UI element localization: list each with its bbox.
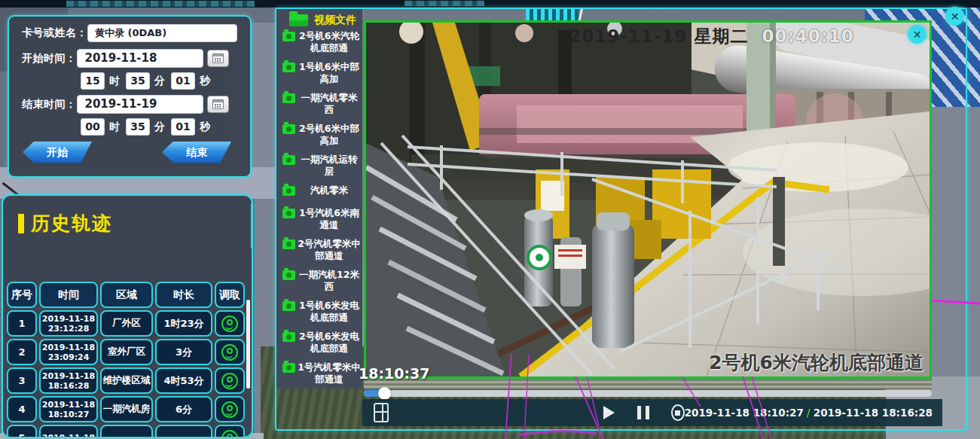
camera-icon	[282, 239, 295, 249]
end-time-label: 结束时间：	[22, 98, 77, 111]
seek-bar-handle[interactable]	[378, 387, 391, 400]
video-scene	[366, 23, 930, 377]
video-osd-datetime: 2019-11-19 星期二 00:40:10	[569, 25, 918, 48]
end-hour-input[interactable]: 00	[81, 118, 105, 136]
calendar-icon	[212, 53, 224, 63]
start-hour-input[interactable]: 15	[81, 72, 105, 90]
video-file-item[interactable]: 一期汽机运转层	[276, 154, 362, 178]
row-area: 维护楼区域	[100, 367, 153, 394]
end-button[interactable]: 结束	[162, 142, 231, 163]
camera-icon	[282, 93, 295, 103]
row-duration: 3分	[155, 339, 212, 365]
video-file-item[interactable]: 2号机6米发电机底部通	[276, 331, 362, 355]
col-header-fetch: 调取	[215, 282, 245, 308]
video-file-item[interactable]: 1号机6米发电机底部通	[276, 300, 362, 324]
minute-unit-label: 分	[154, 120, 165, 134]
start-button[interactable]: 开始	[23, 142, 92, 163]
close-icon[interactable]: ✕	[945, 7, 964, 26]
minute-unit-label: 分	[154, 75, 165, 88]
row-seq: 3	[7, 367, 37, 394]
end-second-input[interactable]: 01	[171, 118, 195, 136]
panel-corner-accent	[113, 176, 245, 178]
history-table: 序号 时间 区域 时长 调取 1 2019-11-1823:12:28 厂外区 …	[7, 282, 246, 438]
hour-unit-label: 时	[109, 75, 120, 88]
camera-icon	[282, 270, 295, 280]
row-area: 室外厂区	[100, 339, 153, 365]
row-area: 厂外区	[100, 310, 153, 337]
video-files-title: 视频文件	[314, 14, 356, 27]
second-unit-label: 秒	[200, 75, 210, 88]
history-title: 历史轨迹	[31, 211, 112, 236]
history-scrollbar[interactable]	[246, 300, 250, 389]
webcam-icon	[221, 401, 238, 418]
col-header-seq: 序号	[7, 282, 37, 308]
video-file-item[interactable]: 2号汽机零米中部通道	[276, 238, 362, 262]
video-file-item[interactable]: 1号汽机零米中部通道	[276, 361, 362, 386]
webcam-icon	[221, 344, 238, 361]
camera-icon	[282, 186, 295, 196]
video-file-item[interactable]: 1号汽机6米南通道	[276, 207, 362, 231]
scene-strip	[364, 379, 932, 389]
video-file-list: 视频文件 2号机6米汽轮机底部通 1号机6米中部高加 一期汽机零米西 2号机6米…	[276, 9, 362, 389]
start-second-input[interactable]: 01	[171, 72, 195, 90]
row-seq: 5	[7, 425, 37, 438]
start-minute-input[interactable]: 35	[126, 72, 150, 90]
camera-icon	[282, 32, 295, 41]
row-duration: 4时53分	[155, 367, 212, 394]
playback-controls: 2019-11-18 18:10:27/2019-11-18 18:16:28	[362, 399, 942, 426]
fetch-video-button[interactable]	[215, 310, 245, 337]
seek-bar[interactable]	[364, 390, 932, 397]
search-panel: 卡号或姓名： 黄中录 (0DAB) 开始时间： 2019-11-18 15 时 …	[8, 15, 252, 178]
app-canvas: 卡号或姓名： 黄中录 (0DAB) 开始时间： 2019-11-18 15 时 …	[0, 0, 980, 439]
video-file-item[interactable]: 一期汽机12米西	[276, 269, 362, 293]
pause-icon[interactable]	[637, 406, 649, 419]
start-date-calendar-button[interactable]	[207, 50, 229, 67]
col-header-time: 时间	[39, 282, 98, 308]
camera-icon	[282, 155, 295, 165]
close-icon[interactable]: ✕	[908, 25, 927, 44]
end-date-calendar-button[interactable]	[207, 96, 229, 113]
video-file-item[interactable]: 一期汽机零米西	[276, 92, 362, 116]
row-area	[100, 425, 153, 438]
video-file-item[interactable]: 2号机6米汽轮机底部通	[276, 30, 362, 54]
range-start-time: 2019-11-18 18:10:27	[685, 407, 804, 419]
fetch-video-button[interactable]	[215, 367, 245, 394]
camera-icon	[282, 124, 295, 134]
fetch-video-button[interactable]	[215, 425, 245, 438]
row-datetime: 2019-11-1823:09:24	[39, 339, 98, 365]
row-datetime: 2019-11-18	[39, 425, 98, 438]
folder-icon	[289, 14, 308, 26]
title-bar-accent	[18, 214, 24, 233]
row-seq: 1	[7, 310, 37, 337]
video-osd-camera-name: 2号机6米汽轮机底部通道	[709, 350, 924, 375]
row-datetime: 2019-11-1818:10:27	[39, 396, 98, 422]
video-file-item[interactable]: 2号机6米中部高加	[276, 123, 362, 147]
row-seq: 4	[7, 396, 37, 422]
row-duration: 6分	[155, 396, 212, 422]
bg-top-teal-segment	[405, 1, 484, 6]
row-area: 一期汽机房	[100, 396, 153, 422]
video-player[interactable]: 2019-11-19 星期二 00:40:10 2号机6米汽轮机底部通道 ✕	[364, 20, 932, 379]
camera-icon	[282, 301, 295, 311]
grid-layout-icon[interactable]	[374, 403, 389, 422]
end-date-input[interactable]: 2019-11-19	[77, 95, 203, 114]
card-name-input[interactable]: 黄中录 (0DAB)	[87, 24, 237, 42]
playback-range: 2019-11-18 18:10:27/2019-11-18 18:16:28	[685, 407, 933, 419]
bg-top-teal-segment	[66, 1, 255, 7]
row-seq: 2	[7, 339, 37, 365]
fetch-video-button[interactable]	[215, 396, 245, 422]
start-time-label: 开始时间：	[22, 52, 77, 66]
col-header-duration: 时长	[155, 282, 212, 308]
webcam-icon	[221, 316, 238, 332]
play-icon[interactable]	[603, 406, 615, 419]
webcam-icon	[221, 430, 238, 439]
video-file-item[interactable]: 汽机零米	[276, 184, 362, 197]
video-file-item[interactable]: 1号机6米中部高加	[276, 61, 362, 85]
stop-icon[interactable]	[671, 404, 684, 421]
end-minute-input[interactable]: 35	[126, 118, 150, 136]
start-date-input[interactable]: 2019-11-18	[77, 49, 203, 68]
fetch-video-button[interactable]	[215, 339, 245, 365]
webcam-icon	[221, 373, 238, 389]
history-panel: 历史轨迹 序号 时间 区域 时长 调取 1 2019-11-1823:12:28…	[2, 194, 253, 438]
second-unit-label: 秒	[200, 120, 210, 134]
